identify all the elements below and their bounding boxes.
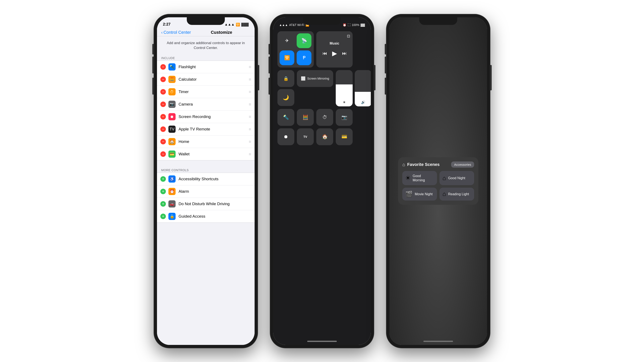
item-label: Accessibility Shortcuts: [178, 177, 251, 181]
flashlight-cc-button[interactable]: 🔦: [278, 109, 294, 126]
item-label: Screen Recording: [178, 114, 247, 119]
wifi-button[interactable]: 🛜: [280, 50, 294, 65]
movie-night-scene[interactable]: 🎬 Movie Night: [402, 188, 437, 201]
power-button[interactable]: [258, 65, 259, 90]
silent-switch[interactable]: [152, 44, 154, 54]
remove-button[interactable]: −: [160, 151, 166, 157]
list-item[interactable]: + ♿ Accessibility Shortcuts: [157, 173, 254, 185]
item-label: Wallet: [178, 152, 247, 156]
remove-button[interactable]: −: [160, 101, 166, 107]
cc-col-mid: ⬜ Screen Mirroring: [297, 70, 333, 106]
add-button[interactable]: +: [160, 214, 166, 219]
phone-home-app: ⌂ Favorite Scenes Accessories ☀ Good Mor…: [386, 14, 490, 348]
screen-mirror-icon: ⬜: [301, 76, 306, 81]
reading-light-label: Reading Light: [448, 192, 469, 196]
signal-icon: ▲▲▲: [224, 22, 234, 26]
power-button[interactable]: [490, 65, 492, 90]
volume-icon: 🔊: [361, 100, 365, 104]
silent-switch[interactable]: [385, 44, 386, 54]
volume-down-button[interactable]: [268, 78, 270, 95]
drag-handle-icon[interactable]: ≡: [249, 77, 251, 82]
drag-handle-icon[interactable]: ≡: [249, 89, 251, 94]
cc-row-4: ⏺ TV 🏠 💳: [278, 128, 371, 145]
screen-record-cc-button[interactable]: ⏺: [278, 128, 294, 145]
accessories-tab[interactable]: Accessories: [451, 161, 474, 168]
drag-handle-icon[interactable]: ≡: [249, 127, 251, 132]
power-button[interactable]: [374, 65, 376, 90]
music-card[interactable]: ⊡ Music ⏮ ▶ ⏭: [316, 31, 353, 67]
list-item[interactable]: + 🚗 Do Not Disturb While Driving: [157, 198, 254, 210]
item-label: Camera: [178, 102, 247, 107]
drag-handle-icon[interactable]: ≡: [249, 114, 251, 119]
cellular-data-button[interactable]: 📡: [297, 33, 312, 48]
appletv-icon: TV: [168, 126, 176, 133]
list-item[interactable]: − 📷 Camera ≡: [157, 98, 254, 111]
remove-button[interactable]: −: [160, 77, 166, 82]
music-controls: ⏮ ▶ ⏭: [322, 50, 347, 57]
good-morning-scene[interactable]: ☀ Good Morning: [402, 171, 437, 185]
airplane-mode-button[interactable]: ✈: [280, 33, 294, 48]
scenes-title: Favorite Scenes: [407, 162, 449, 167]
volume-slider[interactable]: 🔊: [355, 70, 371, 106]
calculator-icon: 🧮: [168, 76, 176, 83]
volume-down-button[interactable]: [152, 78, 154, 95]
volume-down-button[interactable]: [385, 78, 386, 95]
camera-cc-button[interactable]: 📷: [336, 109, 353, 126]
prev-track-icon[interactable]: ⏮: [322, 51, 327, 56]
list-item[interactable]: − TV Apple TV Remote ≡: [157, 123, 254, 135]
add-button[interactable]: +: [160, 201, 166, 207]
screen-mirroring-button[interactable]: ⬜ Screen Mirroring: [297, 70, 333, 87]
brightness-slider[interactable]: ☀: [336, 70, 353, 106]
appletv-cc-button[interactable]: TV: [297, 128, 314, 145]
list-item[interactable]: − 🔦 Flashlight ≡: [157, 61, 254, 73]
remove-button[interactable]: −: [160, 114, 166, 119]
add-button[interactable]: +: [160, 189, 166, 194]
remove-button[interactable]: −: [160, 139, 166, 144]
music-title: Music: [330, 41, 339, 45]
drag-handle-icon[interactable]: ≡: [249, 65, 251, 69]
drag-handle-icon[interactable]: ≡: [249, 152, 251, 157]
list-item[interactable]: − ⏺ Screen Recording ≡: [157, 111, 254, 123]
remove-button[interactable]: −: [160, 64, 166, 70]
include-section-header: INCLUDE: [157, 55, 254, 60]
cc-row-3: 🔦 🧮 ⏱ 📷: [278, 109, 371, 126]
include-list: − 🔦 Flashlight ≡ − 🧮 Calculator ≡ − ⏱ Ti…: [157, 60, 254, 160]
list-item[interactable]: − ⏱ Timer ≡: [157, 86, 254, 98]
control-center-screen: ▲▲▲ AT&T Wi-Fi 🛜 ⏰ ⛶ 100% ▓▓ ✈: [273, 17, 371, 345]
timer-cc-button[interactable]: ⏱: [316, 109, 333, 126]
do-not-disturb-button[interactable]: 🌙: [278, 89, 294, 106]
next-track-icon[interactable]: ⏭: [342, 51, 347, 56]
back-button[interactable]: ‹ Control Center: [161, 30, 191, 35]
remove-button[interactable]: −: [160, 126, 166, 132]
list-item[interactable]: − 🏠 Home ≡: [157, 135, 254, 148]
silent-switch[interactable]: [268, 44, 270, 54]
volume-up-button[interactable]: [268, 56, 270, 73]
volume-up-button[interactable]: [152, 56, 154, 73]
list-item[interactable]: + 🔒 Guided Access: [157, 210, 254, 223]
item-label: Calculator: [178, 77, 247, 82]
drag-handle-icon[interactable]: ≡: [249, 102, 251, 107]
signal-bars-icon: ▲▲▲: [279, 23, 288, 26]
volume-up-button[interactable]: [385, 56, 386, 73]
play-button[interactable]: ▶: [332, 50, 337, 57]
rotation-lock-button[interactable]: 🔒: [278, 70, 294, 87]
airplay-icon[interactable]: ⊡: [347, 34, 350, 38]
reading-light-scene[interactable]: ⌂ Reading Light: [440, 188, 474, 201]
bluetooth-button[interactable]: Ᵽ: [297, 50, 312, 65]
item-label: Alarm: [178, 189, 251, 194]
connectivity-block: ✈ 📡 🛜 Ᵽ: [278, 31, 314, 67]
home-cc-button[interactable]: 🏠: [316, 128, 333, 145]
notch: [187, 17, 225, 25]
drag-handle-icon[interactable]: ≡: [249, 139, 251, 144]
good-night-scene[interactable]: ⌂ Good Night: [440, 171, 474, 185]
wallet-cc-button[interactable]: 💳: [336, 128, 353, 145]
list-item[interactable]: − 💳 Wallet ≡: [157, 148, 254, 160]
back-label[interactable]: Control Center: [164, 30, 191, 35]
scenes-header: ⌂ Favorite Scenes Accessories: [402, 161, 474, 168]
calculator-cc-button[interactable]: 🧮: [297, 109, 314, 126]
list-item[interactable]: − 🧮 Calculator ≡: [157, 73, 254, 86]
cc-col-left: 🔒 🌙: [278, 70, 294, 106]
list-item[interactable]: + ⏰ Alarm: [157, 185, 254, 198]
add-button[interactable]: +: [160, 176, 166, 182]
remove-button[interactable]: −: [160, 89, 166, 95]
